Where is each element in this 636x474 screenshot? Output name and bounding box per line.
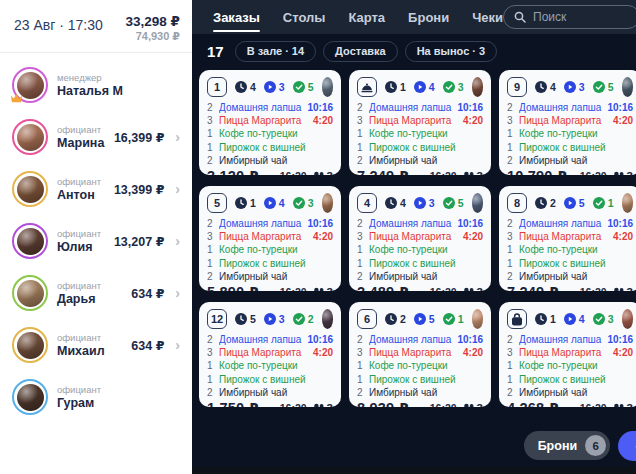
filter-pill[interactable]: Доставка xyxy=(323,41,398,62)
tab-столы[interactable]: Столы xyxy=(283,0,326,34)
avatar xyxy=(12,67,48,103)
order-item: 2 Имбирный чай xyxy=(507,386,633,399)
item-time: 4:20 xyxy=(613,114,633,127)
new-order-button[interactable]: + Заказ xyxy=(618,431,636,461)
search-input[interactable]: Поиск xyxy=(503,5,636,29)
order-card[interactable]: 12 5 3 2 2 Домашняя лапша 10:16 3 Пицца … xyxy=(199,302,341,407)
waiter-avatar xyxy=(472,77,483,97)
item-qty: 1 xyxy=(507,127,514,140)
item-qty: 2 xyxy=(357,386,364,399)
staff-row[interactable]: официант Юлия 13,207 ₽ › xyxy=(0,215,192,267)
item-name: Кофе по-турецки xyxy=(519,243,633,256)
order-items: 2 Домашняя лапша 10:16 3 Пицца Маргарита… xyxy=(207,101,333,167)
order-item: 1 Кофе по-турецки xyxy=(207,243,333,256)
guests-icon xyxy=(312,403,325,407)
staff-name: Михаил xyxy=(57,344,122,358)
order-item: 1 Пирожок с вишней xyxy=(507,257,633,270)
guests-count: 3 xyxy=(612,286,633,291)
item-name: Пицца Маргарита xyxy=(219,346,308,359)
item-qty: 2 xyxy=(207,270,214,283)
order-card[interactable]: 1 4 3 2 Домашняя лапша 10:16 3 Пицца Мар… xyxy=(499,302,636,407)
play-icon xyxy=(414,197,426,209)
item-qty: 2 xyxy=(507,333,514,346)
cloche-icon xyxy=(361,82,373,93)
order-item: 3 Пицца Маргарита 4:20 xyxy=(357,230,483,243)
item-name: Имбирный чай xyxy=(369,386,483,399)
order-card[interactable]: 9 4 3 5 2 Домашняя лапша 10:16 3 Пицца М… xyxy=(499,70,636,175)
pending-count: 1 xyxy=(385,81,406,93)
item-time: 10:16 xyxy=(607,101,633,114)
order-item: 1 Пирожок с вишней xyxy=(507,141,633,154)
staff-name: Антон xyxy=(57,188,105,202)
staff-name: Дарья xyxy=(57,292,122,306)
guests-icon xyxy=(612,287,625,291)
order-time: 16:20 xyxy=(280,402,307,407)
order-items: 2 Домашняя лапша 10:16 3 Пицца Маргарита… xyxy=(357,217,483,283)
staff-row[interactable]: официант Гурам xyxy=(0,371,192,423)
tab-чеки[interactable]: Чеки xyxy=(472,0,503,34)
bookings-count-badge: 6 xyxy=(585,435,606,456)
tab-брони[interactable]: Брони xyxy=(408,0,449,34)
filter-pill[interactable]: В зале · 14 xyxy=(235,41,316,62)
item-qty: 3 xyxy=(207,346,214,359)
order-total: 7,249 ₽ xyxy=(507,284,559,291)
order-item: 1 Кофе по-турецки xyxy=(357,359,483,372)
play-icon xyxy=(414,81,426,93)
order-card[interactable]: 1 4 3 5 2 Домашняя лапша 10:16 3 Пицца М… xyxy=(199,70,341,175)
order-card[interactable]: 4 4 3 5 2 Домашняя лапша 10:16 3 Пицца М… xyxy=(349,186,491,291)
clock-icon xyxy=(535,313,547,325)
guests-icon xyxy=(612,171,625,175)
item-qty: 2 xyxy=(507,154,514,167)
staff-row[interactable]: менеджер Наталья М xyxy=(0,59,192,111)
check-icon xyxy=(443,81,455,93)
order-item: 2 Имбирный чай xyxy=(357,386,483,399)
item-qty: 1 xyxy=(357,243,364,256)
avatar xyxy=(12,119,48,155)
staff-row[interactable]: официант Михаил 634 ₽ › xyxy=(0,319,192,371)
order-card[interactable]: 6 2 5 1 2 Домашняя лапша 10:16 3 Пицца М… xyxy=(349,302,491,407)
filter-pill[interactable]: На вынос · 3 xyxy=(405,41,498,62)
pending-count: 4 xyxy=(235,81,256,93)
order-item: 1 Кофе по-турецки xyxy=(507,359,633,372)
item-qty: 2 xyxy=(357,217,364,230)
item-qty: 1 xyxy=(357,257,364,270)
item-name: Имбирный чай xyxy=(519,270,633,283)
order-card[interactable]: 8 2 5 1 2 Домашняя лапша 10:16 3 Пицца М… xyxy=(499,186,636,291)
item-qty: 1 xyxy=(207,141,214,154)
tab-карта[interactable]: Карта xyxy=(348,0,385,34)
order-card[interactable]: 5 1 4 3 2 Домашняя лапша 10:16 3 Пицца М… xyxy=(199,186,341,291)
table-badge: 6 xyxy=(357,309,377,329)
item-name: Имбирный чай xyxy=(219,154,333,167)
chevron-right-icon: › xyxy=(175,234,180,248)
bookings-label: Брони xyxy=(538,439,578,453)
order-item: 2 Имбирный чай xyxy=(357,270,483,283)
pos-app: 23 Авг · 17:30 33,298 ₽ 74,930 ₽ менедже… xyxy=(0,0,636,474)
order-item: 1 Кофе по-турецки xyxy=(207,127,333,140)
staff-row[interactable]: официант Дарья 634 ₽ › xyxy=(0,267,192,319)
waiter-avatar xyxy=(472,193,483,213)
check-icon xyxy=(443,313,455,325)
order-items: 2 Домашняя лапша 10:16 3 Пицца Маргарита… xyxy=(357,101,483,167)
done-count: 3 xyxy=(293,197,314,209)
item-qty: 2 xyxy=(207,154,214,167)
play-icon xyxy=(414,313,426,325)
order-item: 2 Имбирный чай xyxy=(207,270,333,283)
table-badge: 9 xyxy=(507,77,527,97)
order-total: 1,750 ₽ xyxy=(207,400,259,407)
play-icon xyxy=(564,197,576,209)
order-card[interactable]: 1 4 3 2 Домашняя лапша 10:16 3 Пицца Мар… xyxy=(349,70,491,175)
item-time: 4:20 xyxy=(313,114,333,127)
order-item: 3 Пицца Маргарита 4:20 xyxy=(207,346,333,359)
clock-icon xyxy=(535,81,547,93)
staff-row[interactable]: официант Антон 13,399 ₽ › xyxy=(0,163,192,215)
in-progress-count: 5 xyxy=(564,197,585,209)
staff-row[interactable]: официант Марина 16,399 ₽ › xyxy=(0,111,192,163)
item-name: Кофе по-турецки xyxy=(519,359,633,372)
in-progress-count: 4 xyxy=(414,81,435,93)
bottom-actions: Брони 6 + Заказ xyxy=(524,431,636,461)
order-item: 1 Кофе по-турецки xyxy=(207,359,333,372)
tab-заказы[interactable]: Заказы xyxy=(213,0,260,34)
filter-bar: 17 В зале · 14ДоставкаНа вынос · 3 xyxy=(192,34,636,65)
bookings-button[interactable]: Брони 6 xyxy=(524,431,611,460)
item-name: Пирожок с вишней xyxy=(219,141,333,154)
